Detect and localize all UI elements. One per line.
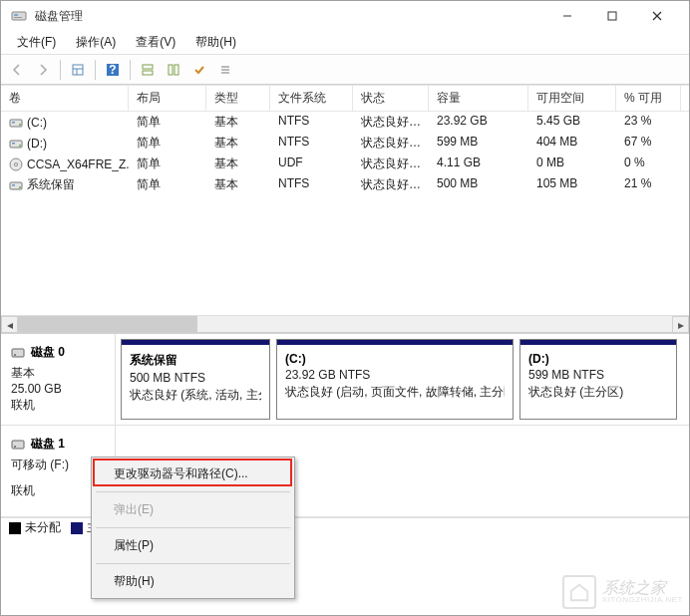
disc-icon (9, 157, 23, 171)
partition-status: 状态良好 (系统, 活动, 主分 (130, 387, 261, 404)
close-button[interactable] (634, 2, 679, 30)
col-volume[interactable]: 卷 (1, 86, 129, 111)
vol-status: 状态良好 (... (353, 134, 429, 153)
disk0-kind: 基本 (11, 365, 105, 381)
col-filesystem[interactable]: 文件系统 (270, 86, 353, 111)
partition[interactable]: 系统保留500 MB NTFS状态良好 (系统, 活动, 主分 (121, 339, 270, 420)
disk1-name: 磁盘 1 (31, 436, 65, 453)
disk-icon (11, 438, 25, 452)
drive-icon (9, 178, 23, 192)
title-bar: 磁盘管理 (1, 1, 689, 31)
col-type[interactable]: 类型 (206, 86, 270, 111)
maximize-button[interactable] (589, 2, 634, 30)
col-percent[interactable]: % 可用 (616, 86, 681, 111)
back-button (5, 58, 29, 82)
vol-fs: NTFS (270, 175, 353, 194)
vol-capacity: 23.92 GB (429, 113, 528, 132)
vol-type: 基本 (206, 175, 270, 194)
toolbar-layout1[interactable] (136, 58, 160, 82)
vol-name: 系统保留 (27, 176, 75, 193)
svg-rect-28 (12, 184, 15, 186)
partition-title: 系统保留 (130, 352, 261, 369)
legend-unallocated: 未分配 (9, 519, 61, 536)
svg-rect-23 (12, 143, 15, 145)
scroll-right[interactable]: ▸ (672, 316, 689, 333)
partition-size: 23.92 GB NTFS (285, 368, 505, 382)
table-row[interactable]: (D:)简单基本NTFS状态良好 (...599 MB404 MB67 % (1, 133, 689, 154)
horizontal-scrollbar[interactable]: ◂ ▸ (1, 315, 689, 332)
vol-pct: 0 % (616, 154, 681, 173)
svg-point-26 (15, 162, 18, 165)
disk0-size: 25.00 GB (11, 381, 105, 397)
col-capacity[interactable]: 容量 (429, 86, 528, 111)
partition-title: (D:) (528, 352, 668, 366)
svg-rect-15 (174, 65, 178, 75)
vol-free: 404 MB (528, 134, 616, 153)
toolbar-help-icon[interactable]: ? (101, 58, 125, 82)
partition-status: 状态良好 (主分区) (528, 384, 668, 401)
svg-point-31 (14, 354, 16, 356)
table-row[interactable]: 系统保留简单基本NTFS状态良好 (...500 MB105 MB21 % (1, 174, 689, 195)
menu-file[interactable]: 文件(F) (7, 31, 66, 54)
svg-text:?: ? (109, 63, 116, 77)
vol-layout: 简单 (129, 175, 206, 194)
vol-free: 0 MB (528, 154, 616, 173)
vol-type: 基本 (206, 154, 270, 173)
vol-pct: 67 % (616, 134, 681, 153)
toolbar-checked-icon[interactable] (187, 58, 211, 82)
svg-point-33 (14, 446, 16, 448)
minimize-button[interactable] (544, 2, 589, 30)
vol-pct: 23 % (616, 113, 681, 132)
toolbar-layout2[interactable] (162, 58, 185, 82)
partition-status: 状态良好 (启动, 页面文件, 故障转储, 主分区 (285, 384, 505, 401)
disk0-state: 联机 (11, 397, 105, 413)
svg-rect-32 (12, 441, 24, 449)
svg-rect-2 (14, 17, 22, 18)
vol-layout: 简单 (129, 154, 206, 173)
menu-action[interactable]: 操作(A) (66, 31, 126, 54)
vol-free: 105 MB (528, 175, 616, 194)
col-free[interactable]: 可用空间 (528, 86, 616, 111)
svg-rect-4 (608, 12, 616, 20)
col-status[interactable]: 状态 (353, 86, 429, 111)
vol-type: 基本 (206, 134, 270, 153)
svg-rect-7 (73, 65, 83, 75)
table-row[interactable]: CCSA_X64FRE_Z...简单基本UDF状态良好 (...4.11 GB0… (1, 154, 689, 174)
drive-icon (9, 116, 23, 130)
menu-bar: 文件(F) 操作(A) 查看(V) 帮助(H) (1, 31, 689, 55)
disk-row-0[interactable]: 磁盘 0 基本 25.00 GB 联机 系统保留500 MB NTFS状态良好 … (1, 334, 689, 426)
vol-type: 基本 (206, 113, 270, 132)
drive-icon (9, 137, 23, 151)
vol-status: 状态良好 (... (353, 113, 429, 132)
toolbar: ? (1, 55, 689, 85)
partition[interactable]: (C:)23.92 GB NTFS状态良好 (启动, 页面文件, 故障转储, 主… (276, 339, 514, 420)
window-title: 磁盘管理 (35, 8, 544, 25)
menu-help[interactable]: 帮助(H) (185, 31, 246, 54)
partition-size: 500 MB NTFS (130, 371, 261, 385)
toolbar-view1[interactable] (66, 58, 90, 82)
context-menu: 更改驱动器号和路径(C)... 弹出(E) 属性(P) 帮助(H) (91, 457, 295, 599)
svg-point-29 (19, 186, 21, 188)
vol-capacity: 599 MB (429, 134, 528, 153)
scroll-left[interactable]: ◂ (1, 316, 18, 333)
vol-pct: 21 % (616, 175, 681, 194)
vol-layout: 简单 (129, 113, 206, 132)
cm-properties[interactable]: 属性(P) (94, 531, 292, 560)
toolbar-list-icon[interactable] (213, 58, 237, 82)
svg-point-24 (19, 145, 21, 147)
vol-free: 5.45 GB (528, 113, 616, 132)
menu-view[interactable]: 查看(V) (126, 31, 185, 54)
cm-help[interactable]: 帮助(H) (94, 567, 292, 596)
col-layout[interactable]: 布局 (129, 86, 206, 111)
watermark: 系统之家 XITONGZHIJIA.NET (562, 575, 683, 609)
table-row[interactable]: (C:)简单基本NTFS状态良好 (...23.92 GB5.45 GB23 % (1, 112, 689, 133)
cm-eject: 弹出(E) (94, 495, 292, 524)
disk0-name: 磁盘 0 (31, 344, 65, 361)
svg-point-21 (19, 124, 21, 126)
svg-rect-30 (12, 349, 24, 357)
disk-icon (11, 346, 25, 360)
partition-title: (C:) (285, 352, 505, 366)
cm-change-drive-letter[interactable]: 更改驱动器号和路径(C)... (94, 460, 292, 488)
partition[interactable]: (D:)599 MB NTFS状态良好 (主分区) (519, 339, 677, 420)
volume-list: 卷 布局 类型 文件系统 状态 容量 可用空间 % 可用 (C:)简单基本NTF… (1, 85, 689, 315)
